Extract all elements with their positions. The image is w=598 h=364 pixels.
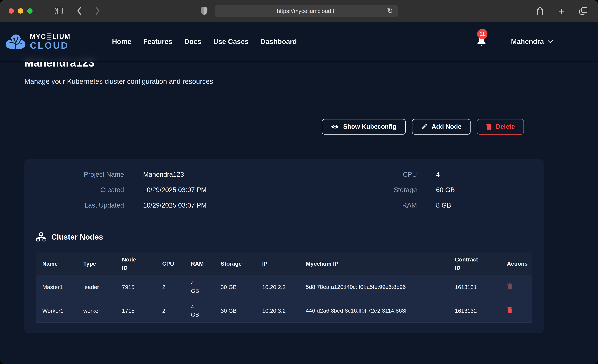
node-ip: 10.20.3.2 bbox=[256, 299, 299, 323]
show-kubeconfig-button[interactable]: Show Kubeconfig bbox=[322, 119, 406, 134]
col-contract-id: Contract ID bbox=[448, 253, 501, 275]
nav-link-use-cases[interactable]: Use Cases bbox=[213, 38, 249, 46]
col-node-id: Node ID bbox=[116, 253, 156, 275]
col-name: Name bbox=[36, 253, 77, 275]
ram-value: 8 GB bbox=[436, 202, 532, 209]
address-bar[interactable]: https://myceliumcloud.tf ↻ bbox=[215, 5, 398, 17]
reload-icon[interactable]: ↻ bbox=[387, 7, 393, 15]
cluster-nodes-table: Name Type Node ID CPU RAM Storage IP Myc… bbox=[36, 253, 532, 323]
user-menu[interactable]: Mahendra bbox=[511, 38, 553, 46]
node-contract-id: 1613132 bbox=[448, 299, 501, 323]
notifications-button[interactable]: 11 bbox=[477, 36, 486, 47]
pencil-icon bbox=[421, 124, 427, 130]
privacy-shield-icon[interactable] bbox=[200, 6, 208, 16]
browser-chrome: https://myceliumcloud.tf ↻ + bbox=[0, 0, 598, 22]
close-window-button[interactable] bbox=[9, 8, 14, 14]
node-cpu: 2 bbox=[156, 275, 184, 299]
node-actions bbox=[501, 275, 532, 299]
cluster-nodes-heading: Cluster Nodes bbox=[36, 232, 532, 241]
node-mycelium-ip: 446:d2a6:8bcd:8c16:ff0f:72e2:3114:863f bbox=[299, 299, 448, 323]
nav-link-features[interactable]: Features bbox=[143, 38, 172, 46]
col-ram: RAM bbox=[184, 253, 215, 275]
created-value: 10/29/2025 03:07 PM bbox=[143, 186, 345, 194]
zoom-window-button[interactable] bbox=[27, 8, 33, 14]
trash-icon bbox=[486, 124, 492, 130]
mycelium-cloud-logo-icon bbox=[5, 33, 26, 50]
ram-label: RAM bbox=[364, 202, 417, 209]
page-subtitle: Manage your Kubernetes cluster configura… bbox=[25, 77, 598, 85]
node-ram: 4 GB bbox=[184, 275, 215, 299]
col-cpu: CPU bbox=[156, 253, 184, 275]
cluster-detail-page: Mahendra123 Manage your Kubernetes clust… bbox=[0, 57, 598, 333]
browser-window: https://myceliumcloud.tf ↻ + bbox=[0, 0, 598, 364]
project-info-grid: Project Name Mahendra123 CPU 4 Created 1… bbox=[36, 171, 532, 209]
table-row: Master1 leader 7915 2 4 GB 30 GB 10.20.2… bbox=[36, 275, 532, 299]
brand-logo[interactable]: MYCLIUM CLOUD bbox=[5, 33, 71, 50]
node-actions bbox=[501, 299, 532, 323]
url-text: https://myceliumcloud.tf bbox=[277, 8, 336, 14]
cpu-value: 4 bbox=[436, 171, 532, 178]
last-updated-value: 10/29/2025 03:07 PM bbox=[143, 202, 345, 209]
nav-links: Home Features Docs Use Cases Dashboard bbox=[112, 38, 297, 46]
node-name: Master1 bbox=[36, 275, 77, 299]
table-row: Worker1 worker 1715 2 4 GB 30 GB 10.20.3… bbox=[36, 299, 532, 323]
traffic-lights bbox=[9, 8, 33, 14]
table-header-row: Name Type Node ID CPU RAM Storage IP Myc… bbox=[36, 253, 532, 275]
delete-node-button[interactable] bbox=[507, 283, 513, 290]
node-contract-id: 1613131 bbox=[448, 275, 501, 299]
created-label: Created bbox=[36, 186, 124, 194]
col-ip: IP bbox=[256, 253, 299, 275]
notification-count-badge: 11 bbox=[477, 29, 488, 39]
eye-icon bbox=[331, 124, 339, 130]
project-name-value: Mahendra123 bbox=[143, 171, 345, 178]
cluster-info-panel: Project Name Mahendra123 CPU 4 Created 1… bbox=[25, 159, 544, 333]
node-id: 7915 bbox=[116, 275, 156, 299]
minimize-window-button[interactable] bbox=[18, 8, 23, 14]
delete-node-button[interactable] bbox=[507, 307, 513, 313]
add-node-button[interactable]: Add Node bbox=[412, 119, 471, 134]
nav-link-dashboard[interactable]: Dashboard bbox=[261, 38, 297, 46]
col-mycelium-ip: Mycelium IP bbox=[299, 253, 448, 275]
forward-button[interactable] bbox=[95, 7, 100, 15]
col-actions: Actions bbox=[501, 253, 532, 275]
node-id: 1715 bbox=[116, 299, 156, 323]
node-mycelium-ip: 5d8:78ea:a120:f40c:ff0f:a5fe:99e6:8b96 bbox=[299, 275, 448, 299]
storage-label: Storage bbox=[364, 186, 417, 194]
node-ip: 10.20.2.2 bbox=[256, 275, 299, 299]
sidebar-toggle-icon[interactable] bbox=[54, 7, 63, 15]
col-type: Type bbox=[77, 253, 116, 275]
node-cpu: 2 bbox=[156, 299, 184, 323]
delete-cluster-button[interactable]: Delete bbox=[477, 119, 524, 134]
network-nodes-icon bbox=[36, 232, 46, 241]
trash-icon bbox=[507, 307, 513, 313]
col-storage: Storage bbox=[215, 253, 256, 275]
nav-link-home[interactable]: Home bbox=[112, 38, 132, 46]
user-name: Mahendra bbox=[511, 38, 544, 46]
stylized-e-glyph bbox=[47, 33, 51, 40]
cluster-actions: Show Kubeconfig Add Node Delete bbox=[0, 119, 524, 134]
storage-value: 60 GB bbox=[436, 186, 532, 194]
node-name: Worker1 bbox=[36, 299, 77, 323]
brand-word-cloud: CLOUD bbox=[30, 41, 71, 50]
node-ram: 4 GB bbox=[184, 299, 215, 323]
app-navbar: MYCLIUM CLOUD Home Features Docs Use Cas… bbox=[0, 22, 598, 62]
chevron-down-icon bbox=[548, 40, 553, 43]
node-type: leader bbox=[77, 275, 116, 299]
tab-overview-icon[interactable] bbox=[579, 6, 588, 16]
node-storage: 30 GB bbox=[215, 275, 256, 299]
brand-word-mycelium: MYCLIUM bbox=[30, 33, 71, 40]
new-tab-icon[interactable]: + bbox=[558, 6, 565, 16]
project-name-label: Project Name bbox=[36, 171, 124, 178]
cpu-label: CPU bbox=[364, 171, 417, 178]
last-updated-label: Last Updated bbox=[36, 202, 124, 209]
back-button[interactable] bbox=[76, 7, 82, 15]
trash-icon bbox=[507, 283, 513, 290]
node-storage: 30 GB bbox=[215, 299, 256, 323]
share-icon[interactable] bbox=[536, 6, 544, 16]
node-type: worker bbox=[77, 299, 116, 323]
nav-link-docs[interactable]: Docs bbox=[184, 38, 201, 46]
